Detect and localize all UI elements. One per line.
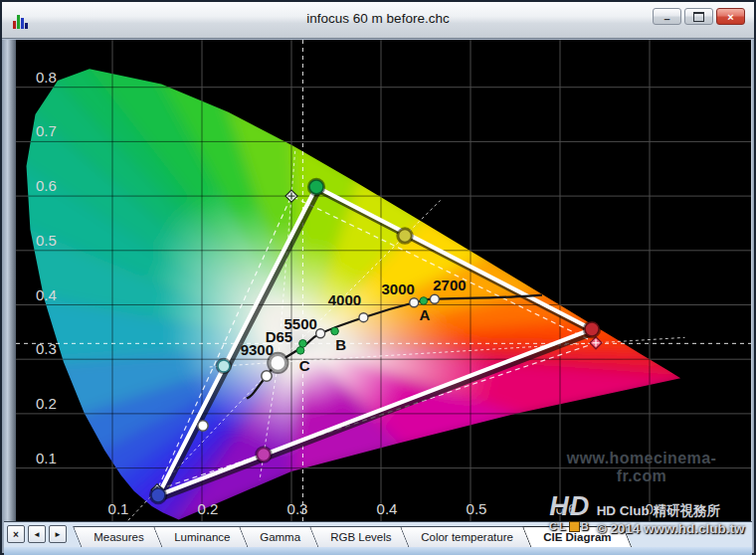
tab-label: CIE Diagram: [543, 531, 611, 543]
tab-luminance[interactable]: Luminance: [152, 526, 251, 547]
arrow-right-icon: ►: [54, 530, 62, 539]
measured-magenta-point: [258, 448, 271, 461]
tabstrip-close-button[interactable]: ×: [7, 525, 25, 543]
measured-yellow-point: [399, 230, 412, 243]
close-tabs-icon: ×: [13, 529, 19, 540]
close-button[interactable]: ×: [716, 8, 745, 25]
measure-point-1: [198, 421, 208, 431]
svg-text:0.2: 0.2: [198, 500, 219, 517]
svg-text:0.4: 0.4: [36, 286, 57, 303]
titlebar[interactable]: infocus 60 m before.chc – ×: [2, 2, 754, 39]
measured-blue-point: [151, 488, 165, 502]
svg-text:0.3: 0.3: [287, 500, 308, 517]
tabstrip-scroll-left-button[interactable]: ◄: [28, 525, 46, 543]
tab-label: Color temperature: [421, 531, 513, 543]
tab-label: RGB Levels: [330, 531, 391, 543]
tab-measures[interactable]: Measures: [73, 526, 165, 547]
svg-text:D65: D65: [266, 328, 293, 345]
window-controls: – ×: [653, 8, 745, 25]
restore-icon: [693, 12, 704, 22]
tab-cie-diagram[interactable]: CIE Diagram: [521, 526, 632, 547]
minimize-button[interactable]: –: [653, 8, 681, 25]
svg-text:0.2: 0.2: [36, 395, 57, 412]
svg-text:0.1: 0.1: [108, 500, 129, 517]
app-window: infocus 60 m before.chc – × 0.10.20.30.4…: [0, 0, 756, 555]
svg-text:A: A: [419, 306, 430, 323]
svg-text:2700: 2700: [433, 277, 466, 293]
measured-red-point: [585, 322, 599, 336]
svg-text:0.1: 0.1: [36, 450, 57, 466]
tab-bar: × ◄ ► MeasuresLuminanceGammaRGB LevelsCo…: [4, 521, 752, 548]
tabstrip-scroll-right-button[interactable]: ►: [49, 525, 67, 543]
tab-label: Luminance: [174, 531, 230, 543]
maximize-button[interactable]: [684, 8, 713, 25]
svg-text:0.7: 0.7: [36, 122, 57, 139]
tab-label: Gamma: [260, 531, 300, 543]
svg-text:0.5: 0.5: [467, 500, 487, 517]
svg-text:4000: 4000: [328, 291, 361, 308]
svg-text:0.6: 0.6: [36, 177, 57, 194]
measured-cyan-point: [218, 360, 230, 372]
close-icon: ×: [727, 11, 733, 23]
svg-text:0.6: 0.6: [556, 500, 577, 517]
tab-rgb-levels[interactable]: RGB Levels: [308, 526, 412, 547]
window-title: infocus 60 m before.chc: [2, 2, 754, 38]
svg-text:3000: 3000: [382, 280, 415, 297]
arrow-left-icon: ◄: [33, 530, 41, 539]
measure-point-0: [262, 371, 272, 381]
window-frame-bottom: [4, 547, 752, 555]
svg-text:0.8: 0.8: [36, 69, 57, 86]
tab-color-temperature[interactable]: Color temperature: [400, 526, 534, 547]
measured-green-point: [309, 180, 323, 194]
svg-text:0.4: 0.4: [377, 500, 398, 517]
svg-text:0.5: 0.5: [36, 232, 57, 249]
tab-strip: MeasuresLuminanceGammaRGB LevelsColor te…: [77, 526, 624, 547]
window-frame-left: [2, 40, 16, 553]
svg-text:B: B: [335, 336, 346, 353]
svg-text:0.7: 0.7: [646, 500, 666, 517]
tab-gamma[interactable]: Gamma: [239, 526, 321, 547]
svg-text:C: C: [299, 357, 310, 374]
minimize-icon: –: [663, 15, 669, 24]
tab-label: Measures: [94, 531, 144, 543]
svg-text:0.3: 0.3: [36, 340, 57, 357]
cie-diagram-plot: 0.10.20.30.40.50.60.70.80.10.20.30.40.50…: [16, 40, 751, 521]
